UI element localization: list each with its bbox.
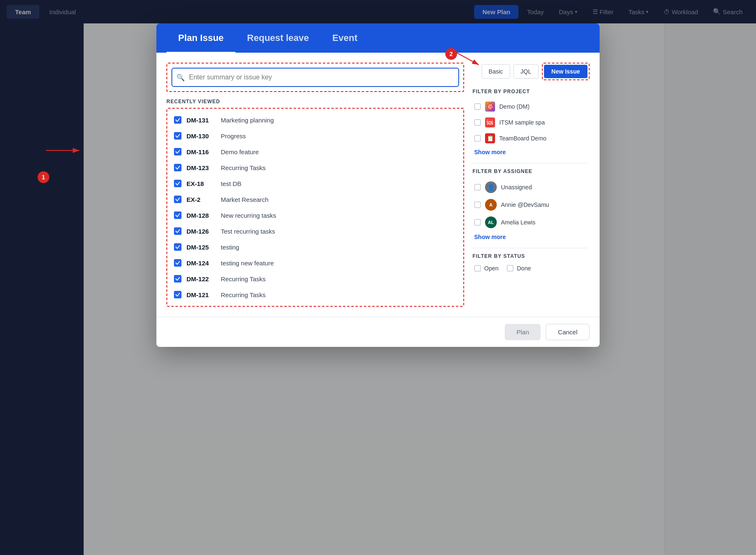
issue-checkbox[interactable] <box>174 164 181 171</box>
issue-item[interactable]: DM-130 Progress <box>171 128 460 144</box>
assignee-annie-label: Annie @DevSamu <box>501 201 549 208</box>
filter-divider-1 <box>472 163 588 163</box>
filter-assignee-unassigned[interactable]: 👤 Unassigned <box>472 178 588 196</box>
modal-body: 🔍 RECENTLY VIEWED DM-131 Marketing plann… <box>156 53 600 317</box>
avatar-unassigned: 👤 <box>485 181 497 193</box>
issue-title: Market Research <box>221 196 268 203</box>
search-wrapper: 🔍 <box>171 68 459 87</box>
project-dm-icon: 🎯 <box>485 102 495 112</box>
issue-item[interactable]: EX-18 test DB <box>171 176 460 191</box>
issue-key: DM-116 <box>186 148 216 155</box>
filter-assignee-label: FILTER BY ASSIGNEE <box>472 168 588 174</box>
issue-item[interactable]: DM-121 Recurring Tasks <box>171 287 460 303</box>
issue-title: Demo feature <box>221 148 259 155</box>
tab-request-leave[interactable]: Request leave <box>235 23 321 53</box>
left-panel: 🔍 RECENTLY VIEWED DM-131 Marketing plann… <box>166 63 464 307</box>
issue-key: EX-2 <box>186 196 216 203</box>
issue-key: DM-125 <box>186 244 216 251</box>
filter-project-teamboard[interactable]: 📋 TeamBoard Demo <box>472 130 588 146</box>
assignee-unassigned-checkbox[interactable] <box>474 184 481 191</box>
issue-title: Progress <box>221 132 246 140</box>
issue-item[interactable]: DM-131 Marketing planning <box>171 112 460 128</box>
plan-button[interactable]: Plan <box>505 324 541 340</box>
issue-title: testing new feature <box>221 260 274 267</box>
issue-checkbox[interactable] <box>174 291 181 298</box>
assignee-unassigned-label: Unassigned <box>501 184 532 191</box>
filter-divider-2 <box>472 248 588 248</box>
issue-checkbox[interactable] <box>174 132 181 140</box>
issue-item[interactable]: DM-124 testing new feature <box>171 255 460 271</box>
avatar-annie: A <box>485 199 497 211</box>
modal-footer: Plan Cancel <box>156 317 600 347</box>
right-panel: Basic JQL New Issue FILTER BY PROJECT 🎯 … <box>472 63 590 307</box>
issue-key: DM-124 <box>186 260 216 267</box>
project-dm-label: Demo (DM) <box>499 103 529 110</box>
issue-key: DM-130 <box>186 132 216 140</box>
status-open-checkbox[interactable] <box>474 265 481 272</box>
show-more-assignees-link[interactable]: Show more <box>472 231 588 243</box>
tab-plan-issue[interactable]: Plan Issue <box>166 23 235 53</box>
search-input[interactable] <box>171 68 459 87</box>
status-open-label: Open <box>484 265 498 272</box>
avatar-amelia: AL <box>485 216 497 228</box>
search-icon: 🔍 <box>176 74 185 81</box>
mode-basic-button[interactable]: Basic <box>482 64 510 79</box>
cancel-button[interactable]: Cancel <box>546 324 590 340</box>
filter-project-itsm[interactable]: 🆘 ITSM sample spa <box>472 115 588 130</box>
issue-key: DM-121 <box>186 291 216 298</box>
issue-title: Marketing planning <box>221 117 274 124</box>
issue-checkbox[interactable] <box>174 259 181 267</box>
issue-key: DM-123 <box>186 164 216 171</box>
issue-item[interactable]: DM-116 Demo feature <box>171 144 460 160</box>
project-dm-checkbox[interactable] <box>474 103 481 110</box>
issue-item[interactable]: DM-123 Recurring Tasks <box>171 160 460 176</box>
filter-status-label: FILTER BY STATUS <box>472 253 588 259</box>
issue-title: Test recurring tasks <box>221 228 275 235</box>
issue-checkbox[interactable] <box>174 275 181 283</box>
issue-item[interactable]: DM-122 Recurring Tasks <box>171 271 460 287</box>
issue-item[interactable]: EX-2 Market Research <box>171 191 460 207</box>
filter-project-dm[interactable]: 🎯 Demo (DM) <box>472 99 588 115</box>
project-itsm-checkbox[interactable] <box>474 119 481 126</box>
issue-item[interactable]: DM-126 Test recurring tasks <box>171 223 460 239</box>
filter-assignee-annie[interactable]: A Annie @DevSamu <box>472 196 588 214</box>
assignee-annie-checkbox[interactable] <box>474 201 481 208</box>
status-done-checkbox[interactable] <box>507 265 513 272</box>
filter-mode-row: Basic JQL New Issue <box>472 63 590 80</box>
issue-title: New recurring tasks <box>221 212 276 219</box>
filter-assignee-amelia[interactable]: AL Amelia Lewis <box>472 214 588 231</box>
issue-checkbox[interactable] <box>174 227 181 235</box>
issue-item[interactable]: DM-128 New recurring tasks <box>171 207 460 223</box>
issue-checkbox[interactable] <box>174 196 181 203</box>
right-panel-scroll: FILTER BY PROJECT 🎯 Demo (DM) 🆘 ITSM sam… <box>472 89 590 273</box>
assignee-amelia-checkbox[interactable] <box>474 219 481 226</box>
issue-title: Recurring Tasks <box>221 275 266 283</box>
project-teamboard-checkbox[interactable] <box>474 135 481 142</box>
modal-header: Plan Issue Request leave Event <box>156 23 600 53</box>
project-itsm-label: ITSM sample spa <box>499 119 545 126</box>
mode-jql-button[interactable]: JQL <box>513 64 539 79</box>
show-more-projects-link[interactable]: Show more <box>472 146 588 158</box>
issue-checkbox[interactable] <box>174 243 181 251</box>
plan-issue-modal: Plan Issue Request leave Event 🔍 RECENTL… <box>156 23 600 347</box>
issue-key: DM-131 <box>186 117 216 124</box>
issue-key: DM-128 <box>186 212 216 219</box>
issue-item[interactable]: DM-125 testing <box>171 239 460 255</box>
issue-key: DM-126 <box>186 228 216 235</box>
issue-checkbox[interactable] <box>174 148 181 155</box>
issue-title: test DB <box>221 180 241 187</box>
issue-checkbox[interactable] <box>174 116 181 124</box>
recently-viewed-label: RECENTLY VIEWED <box>166 97 464 108</box>
issue-key: EX-18 <box>186 180 216 187</box>
issue-list: DM-131 Marketing planning DM-130 Progres… <box>166 108 464 307</box>
status-done-label: Done <box>517 265 531 272</box>
assignee-amelia-label: Amelia Lewis <box>501 219 535 226</box>
issue-key: DM-122 <box>186 275 216 283</box>
new-issue-button[interactable]: New Issue <box>544 65 587 78</box>
issue-title: Recurring Tasks <box>221 291 266 298</box>
filter-status-row: Open Done <box>472 263 588 273</box>
tab-event[interactable]: Event <box>321 23 369 53</box>
project-itsm-icon: 🆘 <box>485 117 495 127</box>
issue-checkbox[interactable] <box>174 180 181 187</box>
issue-checkbox[interactable] <box>174 211 181 219</box>
